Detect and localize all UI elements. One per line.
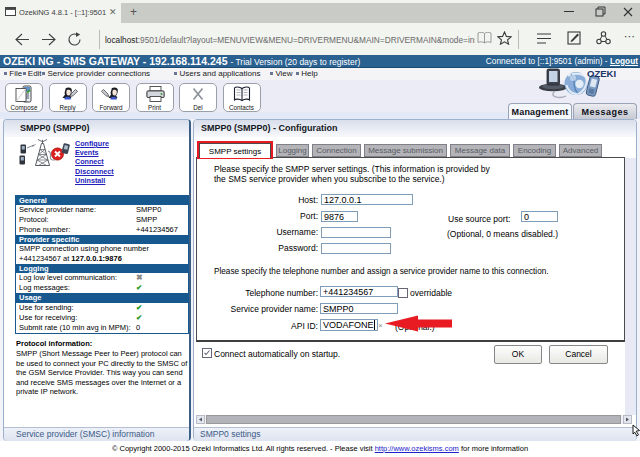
svg-text:OZEKI: OZEKI [587,68,616,79]
